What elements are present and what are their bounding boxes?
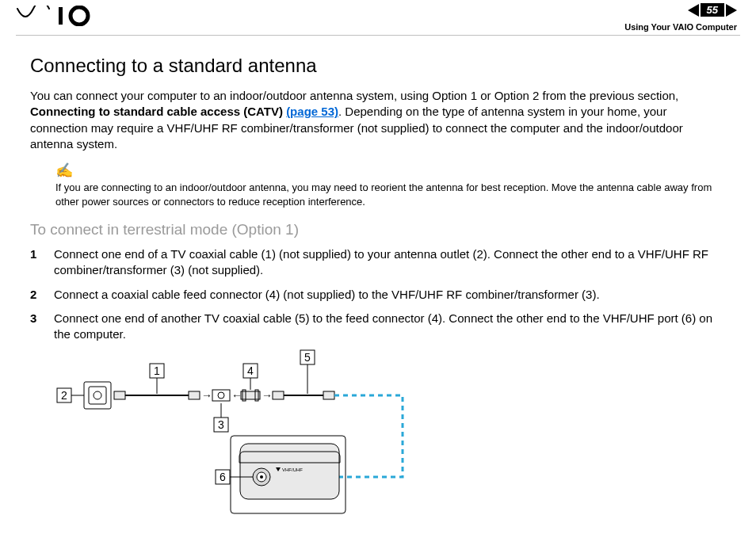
note-icon: ✍ [55, 162, 73, 179]
steps-list: Connect one end of a TV coaxial cable (1… [30, 246, 726, 342]
page-navigator: 55 [688, 3, 737, 17]
step-item: Connect one end of another TV coaxial ca… [30, 311, 726, 343]
header-right: 55 Using Your VAIO Computer [624, 3, 737, 32]
svg-point-34 [260, 475, 263, 479]
diagram-label-2: 2 [61, 389, 67, 402]
vaio-logo [16, 6, 103, 29]
page-53-link[interactable]: (page 53) [286, 105, 338, 118]
svg-rect-13 [212, 390, 230, 401]
intro-text-bold: Connecting to standard cable access (CAT… [30, 105, 286, 118]
svg-rect-24 [273, 391, 284, 399]
page-content: Connecting to a standard antenna You can… [0, 36, 756, 520]
svg-text:VHF/UHF: VHF/UHF [282, 467, 303, 472]
svg-rect-7 [114, 391, 125, 399]
diagram-label-6: 6 [220, 471, 226, 483]
svg-rect-0 [59, 7, 63, 25]
diagram-label-3: 3 [218, 418, 224, 431]
page-number: 55 [701, 3, 724, 17]
diagram-label-5: 5 [304, 351, 311, 364]
note-block: ✍ If you are connecting to an indoor/out… [30, 160, 726, 216]
intro-paragraph: You can connect your computer to an indo… [30, 88, 726, 152]
svg-point-1 [71, 7, 88, 25]
svg-rect-16 [241, 391, 260, 399]
connection-diagram: 2 1 → ← → 3 4 [30, 350, 726, 520]
prev-page-arrow-icon[interactable] [688, 4, 699, 17]
next-page-arrow-icon[interactable] [726, 4, 737, 17]
section-title: Using Your VAIO Computer [624, 22, 737, 32]
svg-text:→: → [201, 389, 212, 402]
page-header: 55 Using Your VAIO Computer [0, 0, 756, 35]
step-item: Connect a coaxial cable feed connector (… [30, 287, 726, 303]
page-title: Connecting to a standard antenna [30, 55, 726, 77]
svg-rect-9 [189, 391, 200, 399]
vaio-logo-svg [16, 6, 103, 26]
diagram-label-4: 4 [247, 364, 254, 377]
subsection-title: To connect in terrestrial mode (Option 1… [30, 221, 726, 238]
svg-rect-2 [84, 382, 111, 409]
intro-text-pre: You can connect your computer to an indo… [30, 89, 678, 102]
diagram-label-1: 1 [154, 364, 160, 377]
step-item: Connect one end of a TV coaxial cable (1… [30, 246, 726, 279]
note-text: If you are connecting to an indoor/outdo… [55, 181, 726, 208]
svg-text:→: → [262, 389, 273, 402]
svg-rect-26 [323, 391, 334, 399]
